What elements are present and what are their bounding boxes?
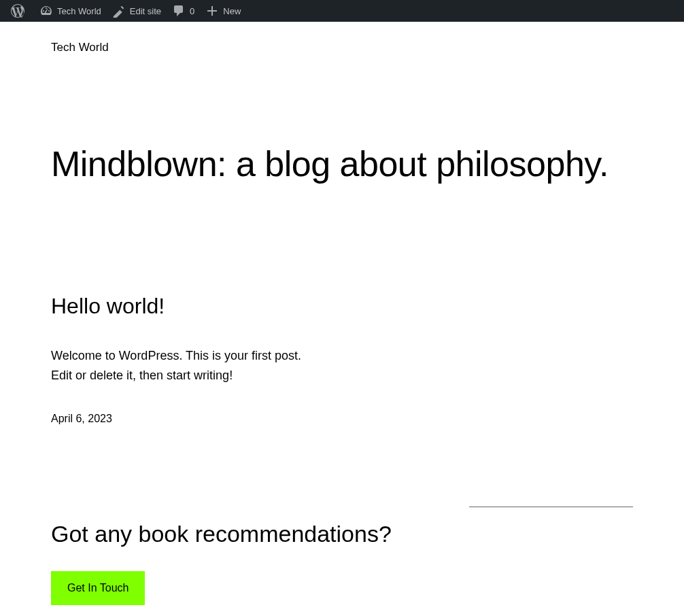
main-heading: Mindblown: a blog about philosophy. bbox=[51, 143, 633, 185]
post-date[interactable]: April 6, 2023 bbox=[51, 413, 633, 425]
dashboard-icon bbox=[39, 4, 53, 18]
post-excerpt: Welcome to WordPress. This is your first… bbox=[51, 346, 323, 386]
edit-site-menu[interactable]: Edit site bbox=[107, 0, 167, 22]
edit-site-label: Edit site bbox=[130, 6, 161, 16]
edit-icon bbox=[112, 4, 126, 18]
new-content-menu[interactable]: New bbox=[200, 0, 246, 22]
post-title[interactable]: Hello world! bbox=[51, 294, 633, 319]
page-content: Tech World Mindblown: a blog about philo… bbox=[0, 22, 684, 616]
comments-icon bbox=[172, 4, 186, 18]
site-title[interactable]: Tech World bbox=[51, 41, 633, 54]
site-name-menu[interactable]: Tech World bbox=[34, 0, 107, 22]
cta-heading: Got any book recommendations? bbox=[51, 521, 633, 547]
section-divider bbox=[469, 507, 633, 507]
comments-count: 0 bbox=[190, 6, 194, 16]
comments-menu[interactable]: 0 bbox=[167, 0, 200, 22]
plus-icon bbox=[205, 4, 219, 18]
get-in-touch-button[interactable]: Get In Touch bbox=[51, 571, 145, 605]
wordpress-icon bbox=[11, 4, 24, 18]
site-name-label: Tech World bbox=[57, 6, 101, 16]
wp-logo-menu[interactable] bbox=[5, 0, 34, 22]
new-label: New bbox=[223, 6, 241, 16]
wp-admin-bar: Tech World Edit site 0 New bbox=[0, 0, 684, 22]
